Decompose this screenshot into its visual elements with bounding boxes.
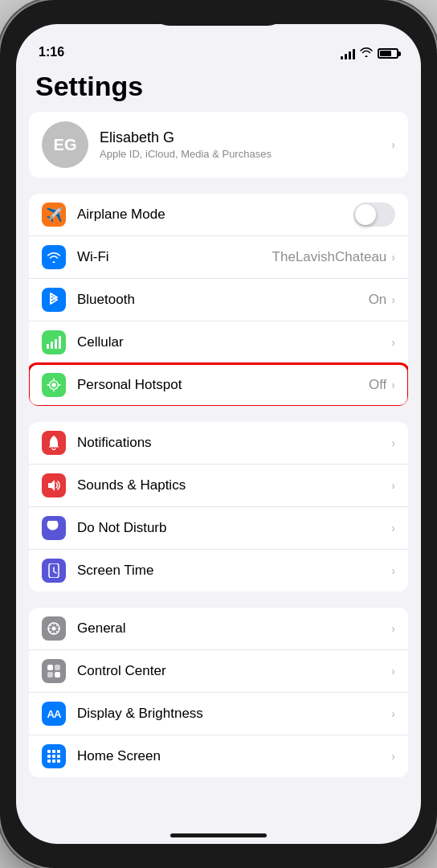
- hotspot-label: Personal Hotspot: [77, 377, 369, 393]
- notifications-label: Notifications: [77, 435, 391, 451]
- system-list: General › Control: [29, 608, 408, 777]
- bluetooth-label: Bluetooth: [77, 292, 369, 308]
- svg-rect-15: [47, 755, 51, 758]
- general-chevron: ›: [391, 622, 395, 635]
- screen: 1:16 Settings: [16, 24, 421, 844]
- sidebar-item-general[interactable]: General ›: [29, 608, 408, 650]
- page-title: Settings: [16, 64, 421, 112]
- battery-icon: [378, 48, 398, 59]
- svg-rect-19: [52, 760, 55, 763]
- status-icons: [341, 47, 398, 59]
- screentime-icon: [42, 559, 66, 583]
- general-label: General: [77, 620, 391, 637]
- donotdisturb-icon: [42, 516, 66, 540]
- donotdisturb-chevron: ›: [391, 522, 395, 534]
- display-label: Display & Brightness: [77, 706, 391, 722]
- sounds-label: Sounds & Haptics: [77, 477, 391, 493]
- svg-rect-13: [52, 750, 55, 753]
- display-icon: AA: [42, 702, 66, 726]
- hotspot-value: Off: [369, 377, 386, 393]
- sidebar-item-controlcenter[interactable]: Control Center ›: [29, 650, 408, 693]
- svg-rect-10: [47, 672, 53, 678]
- status-time: 1:16: [39, 45, 64, 59]
- svg-rect-11: [55, 672, 60, 678]
- sidebar-item-display[interactable]: AA Display & Brightness ›: [29, 693, 408, 735]
- screentime-label: Screen Time: [77, 563, 391, 579]
- sidebar-item-airplane-mode[interactable]: ✈️ Airplane Mode: [29, 194, 408, 236]
- bluetooth-chevron: ›: [391, 293, 395, 306]
- sidebar-item-wifi[interactable]: Wi-Fi TheLavishChateau ›: [29, 236, 408, 279]
- group-connectivity: ✈️ Airplane Mode: [16, 194, 421, 406]
- controlcenter-chevron: ›: [391, 665, 395, 678]
- sidebar-item-donotdisturb[interactable]: Do Not Disturb ›: [29, 507, 408, 550]
- sidebar-item-sounds[interactable]: Sounds & Haptics ›: [29, 465, 408, 507]
- controlcenter-label: Control Center: [77, 663, 391, 679]
- homescreen-label: Home Screen: [77, 748, 391, 764]
- sidebar-item-screentime[interactable]: Screen Time ›: [29, 550, 408, 592]
- wifi-chevron: ›: [391, 251, 395, 264]
- settings-content: Settings EG Elisabeth G Apple ID, iCloud…: [16, 64, 421, 844]
- avatar: EG: [42, 121, 88, 168]
- profile-chevron: ›: [391, 138, 395, 151]
- home-indicator: [170, 833, 267, 837]
- sidebar-item-notifications[interactable]: Notifications ›: [29, 422, 408, 465]
- wifi-label: Wi-Fi: [77, 249, 272, 265]
- svg-point-7: [52, 627, 56, 631]
- svg-rect-12: [47, 750, 51, 753]
- display-chevron: ›: [391, 707, 395, 720]
- profile-name: Elisabeth G: [100, 129, 380, 146]
- profile-subtitle: Apple ID, iCloud, Media & Purchases: [100, 148, 380, 160]
- connectivity-list: ✈️ Airplane Mode: [29, 194, 408, 406]
- profile-row[interactable]: EG Elisabeth G Apple ID, iCloud, Media &…: [29, 112, 408, 178]
- svg-rect-20: [57, 760, 60, 763]
- group-system: General › Control: [16, 608, 421, 777]
- svg-rect-16: [52, 755, 55, 758]
- airplane-mode-label: Airplane Mode: [77, 207, 353, 223]
- cellular-label: Cellular: [77, 334, 391, 350]
- general-icon: [42, 616, 66, 641]
- airplane-mode-toggle[interactable]: [353, 203, 395, 227]
- notifications-icon: [42, 431, 66, 455]
- svg-rect-9: [55, 665, 60, 670]
- wifi-status-icon: [360, 47, 373, 59]
- wifi-icon: [42, 245, 66, 269]
- controlcenter-icon: [42, 659, 66, 683]
- hotspot-icon: [42, 373, 66, 397]
- svg-rect-3: [59, 336, 61, 349]
- bluetooth-value: On: [369, 292, 387, 308]
- sounds-chevron: ›: [391, 479, 395, 492]
- homescreen-icon: [42, 744, 66, 768]
- svg-rect-0: [47, 344, 49, 349]
- sidebar-item-bluetooth[interactable]: Bluetooth On ›: [29, 279, 408, 321]
- phone-frame: 1:16 Settings: [0, 0, 437, 868]
- svg-rect-8: [47, 665, 53, 670]
- cellular-chevron: ›: [391, 336, 395, 349]
- donotdisturb-label: Do Not Disturb: [77, 520, 391, 536]
- notch: [150, 0, 287, 26]
- svg-rect-1: [51, 342, 53, 349]
- svg-rect-18: [47, 760, 51, 763]
- svg-rect-17: [57, 755, 60, 758]
- profile-info: Elisabeth G Apple ID, iCloud, Media & Pu…: [100, 129, 380, 160]
- sidebar-item-personal-hotspot[interactable]: Personal Hotspot Off ›: [29, 364, 408, 406]
- signal-icon: [341, 48, 355, 59]
- status-bar: 1:16: [16, 24, 421, 64]
- svg-marker-4: [48, 480, 55, 491]
- hotspot-chevron: ›: [391, 379, 395, 391]
- svg-rect-14: [57, 750, 60, 753]
- airplane-icon: ✈️: [42, 203, 66, 227]
- sidebar-item-cellular[interactable]: Cellular ›: [29, 321, 408, 364]
- bluetooth-icon: [42, 288, 66, 312]
- group-notifications: Notifications › Sounds & Haptics: [16, 422, 421, 592]
- homescreen-chevron: ›: [391, 750, 395, 763]
- screentime-chevron: ›: [391, 564, 395, 577]
- svg-rect-2: [55, 339, 57, 349]
- notifications-chevron: ›: [391, 436, 395, 449]
- sounds-icon: [42, 473, 66, 497]
- cellular-icon: [42, 330, 66, 354]
- wifi-value: TheLavishChateau: [272, 249, 387, 265]
- notifications-list: Notifications › Sounds & Haptics: [29, 422, 408, 592]
- sidebar-item-homescreen[interactable]: Home Screen ›: [29, 735, 408, 777]
